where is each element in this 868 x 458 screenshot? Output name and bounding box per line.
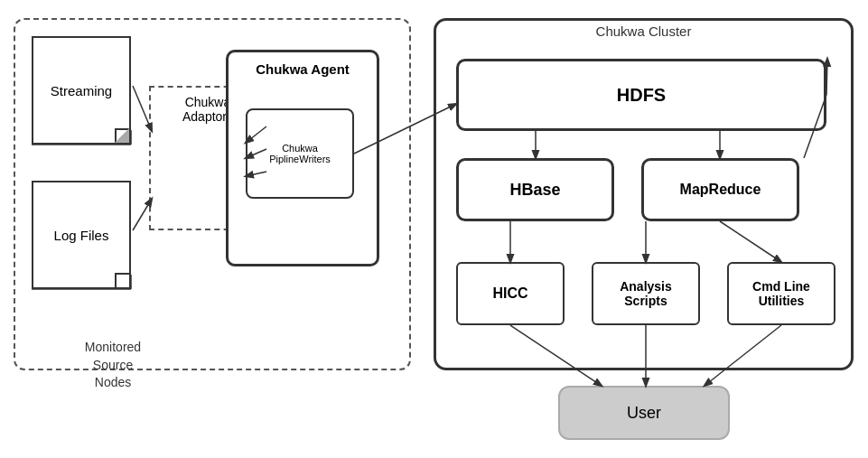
cluster-label: Chukwa Cluster [434, 23, 854, 39]
analysis-label: Analysis Scripts [620, 279, 672, 308]
hdfs-box: HDFS [456, 59, 826, 131]
streaming-box: Streaming [32, 36, 131, 145]
mapreduce-box: MapReduce [641, 158, 799, 221]
logfiles-label: Log Files [54, 228, 109, 243]
hdfs-label: HDFS [617, 85, 666, 106]
hbase-box: HBase [456, 158, 614, 221]
mapreduce-label: MapReduce [680, 182, 761, 198]
hicc-box: HICC [456, 262, 565, 325]
logfiles-box: Log Files [32, 181, 131, 289]
user-label: User [627, 404, 661, 423]
pipeline-label: Chukwa PiplineWriters [269, 143, 331, 164]
agent-label: Chukwa Agent [256, 61, 350, 77]
hbase-label: HBase [509, 181, 560, 200]
diagram-container: MonitoredSourceNodes Streaming Log Files… [0, 0, 868, 458]
analysis-scripts-box: Analysis Scripts [592, 262, 700, 325]
monitored-source-label: MonitoredSourceNodes [63, 339, 163, 392]
hicc-label: HICC [492, 285, 527, 302]
cmdline-box: Cmd Line Utilities [727, 262, 835, 325]
user-box: User [558, 386, 730, 440]
pipeline-box: Chukwa PiplineWriters [246, 108, 354, 199]
cmdline-label: Cmd Line Utilities [752, 279, 810, 308]
streaming-label: Streaming [51, 83, 112, 98]
